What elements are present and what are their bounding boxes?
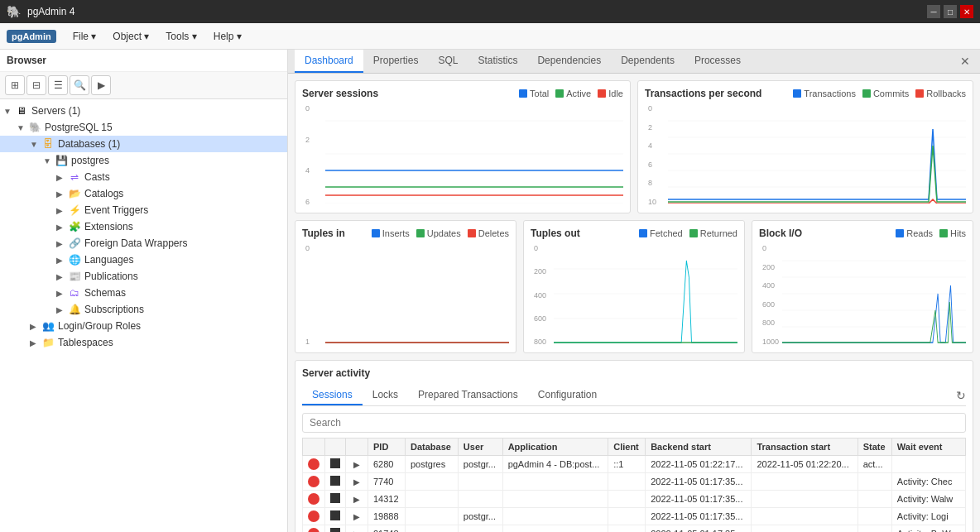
expand-button[interactable]: ▶ xyxy=(351,510,363,522)
close-button[interactable]: ✕ xyxy=(960,5,973,18)
dashboard-content: Server sessions Total Active xyxy=(288,74,980,532)
expand-button[interactable]: ▶ xyxy=(351,458,363,470)
row-stop[interactable] xyxy=(325,491,346,508)
activity-tab-sessions[interactable]: Sessions xyxy=(302,386,363,405)
toggle-subscriptions[interactable]: ▶ xyxy=(56,305,68,314)
expand-button[interactable]: ▶ xyxy=(351,493,363,505)
toolbar-list-button[interactable]: ☰ xyxy=(48,75,68,95)
toggle-languages[interactable]: ▶ xyxy=(56,256,68,265)
expand-button[interactable]: ▶ xyxy=(351,528,363,532)
tab-properties[interactable]: Properties xyxy=(363,50,429,73)
cell-transaction-start xyxy=(752,491,858,508)
toolbar-search-button[interactable]: 🔍 xyxy=(70,75,89,95)
tuples-in-legend: Inserts Updates Deletes xyxy=(372,228,509,238)
titlebar-controls[interactable]: ─ □ ✕ xyxy=(927,5,973,18)
toggle-pg15[interactable]: ▼ xyxy=(17,123,28,132)
tree-item-subscriptions[interactable]: ▶ 🔔 Subscriptions xyxy=(0,301,287,318)
refresh-button[interactable]: ↻ xyxy=(956,389,966,402)
terminate-button[interactable] xyxy=(308,528,319,532)
row-expand[interactable]: ▶ xyxy=(346,525,368,533)
activity-tab-locks[interactable]: Locks xyxy=(363,386,408,405)
toolbar-grid-button[interactable]: ⊟ xyxy=(26,75,46,95)
expand-button[interactable]: ▶ xyxy=(351,476,363,487)
row-expand[interactable]: ▶ xyxy=(346,508,368,525)
cell-client xyxy=(608,525,646,533)
tree-item-extensions[interactable]: ▶ 🧩 Extensions xyxy=(0,218,287,235)
tree-item-login-roles[interactable]: ▶ 👥 Login/Group Roles xyxy=(0,318,287,334)
row-expand[interactable]: ▶ xyxy=(346,473,368,491)
toolbar-server-button[interactable]: ⊞ xyxy=(5,75,25,95)
stop-button[interactable] xyxy=(330,493,340,503)
menu-object[interactable]: Object ▾ xyxy=(106,27,156,46)
menu-help[interactable]: Help ▾ xyxy=(207,27,248,46)
stop-button[interactable] xyxy=(330,510,340,520)
cell-database: postgres xyxy=(405,456,458,473)
tab-statistics[interactable]: Statistics xyxy=(468,50,527,73)
stop-button[interactable] xyxy=(330,458,340,468)
cell-backend-start: 2022-11-05 01:22:17... xyxy=(646,456,752,473)
row-expand[interactable]: ▶ xyxy=(346,456,368,473)
tree-item-postgres-db[interactable]: ▼ 💾 postgres xyxy=(0,152,287,169)
tab-dependencies[interactable]: Dependencies xyxy=(527,50,611,73)
legend-deletes: Deletes xyxy=(468,228,509,238)
row-terminate[interactable] xyxy=(303,491,325,508)
toggle-casts[interactable]: ▶ xyxy=(56,173,68,182)
row-stop[interactable] xyxy=(325,473,346,491)
tree-item-schemas[interactable]: ▶ 🗂 Schemas xyxy=(0,285,287,301)
tree-label-schemas: Schemas xyxy=(84,287,126,299)
toggle-servers[interactable]: ▼ xyxy=(3,107,15,116)
stop-button[interactable] xyxy=(330,476,340,486)
toolbar-terminal-button[interactable]: ▶ xyxy=(91,75,111,95)
maximize-button[interactable]: □ xyxy=(944,5,957,18)
toggle-login-roles[interactable]: ▶ xyxy=(30,322,41,331)
toggle-postgres[interactable]: ▼ xyxy=(43,156,55,165)
tab-sql[interactable]: SQL xyxy=(428,50,468,73)
row-terminate[interactable] xyxy=(303,456,325,473)
search-input[interactable] xyxy=(302,413,966,433)
row-terminate[interactable] xyxy=(303,508,325,525)
toggle-publications[interactable]: ▶ xyxy=(56,272,68,281)
toggle-extensions[interactable]: ▶ xyxy=(56,223,68,232)
tree-item-event-triggers[interactable]: ▶ ⚡ Event Triggers xyxy=(0,202,287,218)
minimize-button[interactable]: ─ xyxy=(927,5,940,18)
activity-tab-configuration[interactable]: Configuration xyxy=(528,386,607,405)
row-stop[interactable] xyxy=(325,456,346,473)
terminate-button[interactable] xyxy=(308,476,319,487)
tab-dependents[interactable]: Dependents xyxy=(611,50,685,73)
tab-processes[interactable]: Processes xyxy=(685,50,751,73)
toggle-event-triggers[interactable]: ▶ xyxy=(56,206,68,215)
activity-tab-prepared-transactions[interactable]: Prepared Transactions xyxy=(408,386,528,405)
legend-rollbacks-label: Rollbacks xyxy=(926,89,966,98)
toggle-catalogs[interactable]: ▶ xyxy=(56,189,68,199)
col-state: State xyxy=(858,439,891,456)
row-terminate[interactable] xyxy=(303,525,325,533)
menu-tools[interactable]: Tools ▾ xyxy=(159,27,203,46)
toggle-fdw[interactable]: ▶ xyxy=(56,239,68,248)
row-stop[interactable] xyxy=(325,525,346,533)
terminate-button[interactable] xyxy=(308,510,319,522)
tree-item-tablespaces[interactable]: ▶ 📁 Tablespaces xyxy=(0,334,287,351)
tab-dashboard[interactable]: Dashboard xyxy=(295,50,363,73)
toggle-tablespaces[interactable]: ▶ xyxy=(30,338,41,347)
legend-fetched-dot xyxy=(639,229,647,237)
tree-item-fdw[interactable]: ▶ 🔗 Foreign Data Wrappers xyxy=(0,235,287,252)
tree-item-publications[interactable]: ▶ 📰 Publications xyxy=(0,268,287,285)
toggle-schemas[interactable]: ▶ xyxy=(56,289,68,298)
tree-item-casts[interactable]: ▶ ⇌ Casts xyxy=(0,169,287,185)
tree-item-languages[interactable]: ▶ 🌐 Languages xyxy=(0,252,287,268)
terminate-button[interactable] xyxy=(308,458,319,470)
toggle-databases[interactable]: ▼ xyxy=(30,140,41,149)
tree-item-servers[interactable]: ▼ 🖥 Servers (1) xyxy=(0,103,287,119)
menu-file[interactable]: File ▾ xyxy=(66,27,103,46)
stop-button[interactable] xyxy=(330,528,340,532)
row-stop[interactable] xyxy=(325,508,346,525)
tree-item-databases[interactable]: ▼ 🗄 Databases (1) xyxy=(0,136,287,152)
tuples-in-chart-wrapper: 1 0 xyxy=(325,244,509,346)
row-terminate[interactable] xyxy=(303,473,325,491)
tree-item-pg15[interactable]: ▼ 🐘 PostgreSQL 15 xyxy=(0,119,287,136)
tab-close-button[interactable]: ✕ xyxy=(957,53,973,69)
chart-tuples-in: Tuples in Inserts Updates xyxy=(295,220,516,353)
tree-item-catalogs[interactable]: ▶ 📂 Catalogs xyxy=(0,185,287,202)
terminate-button[interactable] xyxy=(308,493,319,505)
row-expand[interactable]: ▶ xyxy=(346,491,368,508)
